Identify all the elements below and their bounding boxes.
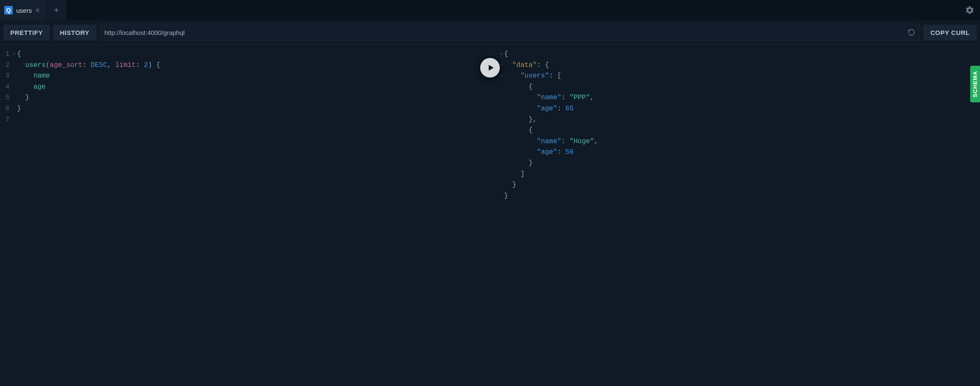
fold-toggle[interactable]: ▾ xyxy=(12,49,17,60)
line-number: 3 xyxy=(0,71,12,82)
fold-toggle xyxy=(499,92,504,104)
copy-curl-button[interactable]: COPY CURL xyxy=(923,25,977,40)
fold-toggle xyxy=(499,147,504,158)
new-tab-button[interactable]: + xyxy=(46,0,66,20)
query-line: 7 xyxy=(0,115,490,126)
execute-button[interactable] xyxy=(478,56,502,79)
schema-toggle[interactable]: SCHEMA xyxy=(970,66,980,102)
fold-toggle xyxy=(499,115,504,126)
toolbar: PRETTIFY HISTORY COPY CURL xyxy=(0,20,980,44)
query-line: 2 users(age_sort: DESC, limit: 2) { xyxy=(0,60,490,71)
query-line: 1▾{ xyxy=(0,49,490,60)
line-number: 5 xyxy=(0,92,12,104)
fold-toggle xyxy=(499,82,504,93)
play-icon xyxy=(487,63,495,72)
line-number: 7 xyxy=(0,115,12,126)
fold-toggle[interactable]: ▾ xyxy=(499,49,504,60)
fold-toggle xyxy=(499,104,504,115)
response-line: "name": "Hoge", xyxy=(499,136,980,147)
response-line: "age": 65 xyxy=(499,104,980,115)
settings-button[interactable] xyxy=(960,0,980,20)
fold-toggle xyxy=(12,104,17,115)
response-line: ▾{ xyxy=(499,49,980,60)
response-line: { xyxy=(499,125,980,136)
endpoint-input[interactable] xyxy=(104,29,908,36)
close-tab-icon[interactable]: × xyxy=(35,6,40,14)
line-number: 2 xyxy=(0,60,12,71)
tab-label: users xyxy=(16,7,32,14)
query-line: 5 } xyxy=(0,92,490,104)
prettify-button[interactable]: PRETTIFY xyxy=(3,25,50,40)
reload-icon xyxy=(908,29,915,36)
fold-toggle xyxy=(499,191,504,202)
fold-toggle xyxy=(499,180,504,191)
query-badge: Q xyxy=(4,6,13,14)
fold-toggle xyxy=(12,115,17,126)
response-line: }, xyxy=(499,115,980,126)
response-line: } xyxy=(499,180,980,191)
endpoint-input-wrap xyxy=(100,24,920,41)
fold-toggle xyxy=(12,92,17,104)
fold-toggle xyxy=(12,71,17,82)
line-number: 1 xyxy=(0,49,12,60)
response-line: ▾ "data": { xyxy=(499,60,980,71)
editor-split: 1▾{2 users(age_sort: DESC, limit: 2) {3 … xyxy=(0,44,980,386)
fold-toggle xyxy=(12,60,17,71)
line-number: 4 xyxy=(0,82,12,93)
tab-bar: Q users × + xyxy=(0,0,980,20)
line-number: 6 xyxy=(0,104,12,115)
fold-toggle xyxy=(499,169,504,180)
fold-toggle xyxy=(12,82,17,93)
gear-icon xyxy=(965,6,974,15)
reload-button[interactable] xyxy=(908,29,915,36)
fold-toggle xyxy=(499,136,504,147)
app-root: Q users × + PRETTIFY HISTORY COPY CURL 1… xyxy=(0,0,980,386)
query-editor[interactable]: 1▾{2 users(age_sort: DESC, limit: 2) {3 … xyxy=(0,44,490,386)
response-line: } xyxy=(499,158,980,169)
fold-toggle xyxy=(499,158,504,169)
fold-toggle xyxy=(499,125,504,136)
query-line: 4 age xyxy=(0,82,490,93)
response-line: "age": 56 xyxy=(499,147,980,158)
response-viewer: ▾{▾ "data": {▾ "users": [ { "name": "PPP… xyxy=(490,44,980,386)
history-button[interactable]: HISTORY xyxy=(53,25,96,40)
response-line: ▾ "users": [ xyxy=(499,71,980,82)
response-line: } xyxy=(499,191,980,202)
tab-active[interactable]: Q users × xyxy=(0,0,46,20)
response-line: ] xyxy=(499,169,980,180)
query-line: 3 name xyxy=(0,71,490,82)
query-line: 6} xyxy=(0,104,490,115)
response-line: "name": "PPP", xyxy=(499,92,980,104)
response-line: { xyxy=(499,82,980,93)
